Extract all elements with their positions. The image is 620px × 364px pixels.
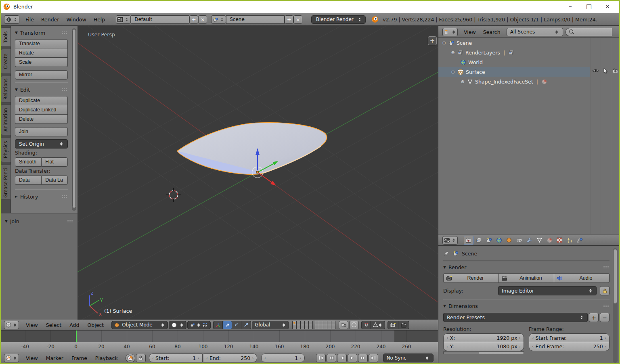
render-presets-dropdown[interactable]: Render Presets: [443, 313, 588, 322]
render-engine-selector[interactable]: Blender Render: [311, 15, 366, 24]
rotate-button[interactable]: Rotate: [15, 48, 68, 58]
tab-animation[interactable]: Animation: [1, 105, 11, 135]
tab-world[interactable]: [494, 236, 504, 245]
tab-object[interactable]: [504, 236, 514, 245]
tab-create[interactable]: Create: [1, 49, 11, 74]
scene-name-field[interactable]: Scene: [226, 15, 285, 24]
properties-scrollbar-thumb[interactable]: [613, 249, 617, 304]
display-mode-dropdown[interactable]: Image Editor: [498, 286, 597, 295]
add-scene-button[interactable]: +: [285, 15, 293, 24]
delete-button[interactable]: Delete: [15, 115, 68, 124]
current-frame-field[interactable]: ‹ 1 ›: [261, 354, 305, 362]
menu-render[interactable]: Render: [38, 17, 63, 23]
tab-physics[interactable]: [575, 236, 584, 245]
panel-header-render[interactable]: ▼ Render: [443, 263, 610, 272]
menu-help[interactable]: Help: [90, 17, 109, 23]
menu-marker[interactable]: Marker: [42, 355, 67, 361]
tab-relations[interactable]: Relations: [1, 76, 11, 103]
tab-render[interactable]: [464, 236, 473, 245]
surface-object[interactable]: [177, 123, 327, 174]
hide-eye-toggle[interactable]: [592, 68, 599, 73]
manipulator-enable-toggle[interactable]: [214, 321, 223, 329]
tab-texture[interactable]: [555, 236, 564, 245]
lock-interface-toggle[interactable]: [600, 286, 610, 295]
scale-button[interactable]: Scale: [15, 58, 68, 67]
editor-type-selector[interactable]: [442, 28, 458, 36]
expand-icon[interactable]: ⊕: [460, 79, 465, 84]
collapse-icon[interactable]: ⊖: [450, 69, 455, 75]
tab-modifiers[interactable]: [524, 236, 534, 245]
render-image-button[interactable]: Render: [443, 273, 499, 283]
menu-select[interactable]: Select: [42, 322, 65, 328]
menu-playback[interactable]: Playback: [92, 355, 121, 361]
minimize-button[interactable]: –: [561, 0, 580, 13]
tool-shelf-scrollbar[interactable]: [72, 28, 76, 211]
play-reverse-button[interactable]: [337, 354, 347, 362]
outliner-scope-dropdown[interactable]: All Scenes: [507, 28, 563, 36]
menu-view[interactable]: View: [22, 322, 42, 328]
end-frame-field[interactable]: ‹ End: 250 ›: [203, 354, 257, 362]
editor-type-selector[interactable]: [442, 236, 458, 245]
tab-constraints[interactable]: [514, 236, 524, 245]
outliner-search-input[interactable]: [566, 28, 612, 36]
snap-toggle[interactable]: [362, 321, 371, 329]
sync-mode-dropdown[interactable]: No Sync: [383, 354, 434, 362]
panel-grip-icon[interactable]: [67, 220, 73, 223]
start-frame-field[interactable]: ‹ Start: 1 ›: [149, 354, 203, 362]
screen-layout-browse-button[interactable]: [116, 15, 131, 24]
join-button[interactable]: Join: [15, 127, 68, 136]
menu-search[interactable]: Search: [480, 29, 504, 35]
add-layout-button[interactable]: +: [189, 15, 198, 24]
menu-frame[interactable]: Frame: [68, 355, 91, 361]
mirror-button[interactable]: Mirror: [15, 70, 68, 79]
duplicate-linked-button[interactable]: Duplicate Linked: [15, 105, 68, 115]
tab-scene[interactable]: [484, 236, 494, 245]
resolution-percentage-slider[interactable]: [443, 351, 524, 354]
tree-row-surface[interactable]: ⊖ Surface: [438, 67, 590, 77]
proportional-edit-toggle[interactable]: [349, 321, 359, 329]
jump-to-next-keyframe-button[interactable]: [358, 354, 368, 362]
panel-header-history[interactable]: ► History: [15, 192, 68, 201]
timeline-ruler[interactable]: -40 -20 0 20 40 60 80 100 120 140 160 18…: [0, 342, 438, 352]
screen-layout-name-field[interactable]: Default: [131, 15, 189, 24]
viewport-shading-dropdown[interactable]: [169, 321, 186, 329]
play-button[interactable]: [348, 354, 357, 362]
tree-row-renderlayers[interactable]: ⊕ RenderLayers |: [438, 48, 620, 57]
expand-properties-region-button[interactable]: +: [428, 36, 437, 45]
panel-header-edit[interactable]: ▼ Edit: [15, 85, 68, 94]
jump-to-start-button[interactable]: [316, 354, 326, 362]
rotate-manipulator-toggle[interactable]: [232, 321, 241, 329]
resolution-x-field[interactable]: ‹ X: 1920 px ›: [443, 333, 524, 342]
delete-scene-button[interactable]: ×: [293, 15, 302, 24]
menu-view[interactable]: View: [22, 355, 42, 361]
add-preset-button[interactable]: +: [589, 313, 599, 322]
opengl-render-image-button[interactable]: [388, 321, 398, 329]
transform-orientation-dropdown[interactable]: Global: [252, 321, 289, 329]
shade-flat-button[interactable]: Flat: [41, 157, 68, 167]
editor-type-selector[interactable]: [4, 354, 19, 362]
editor-type-selector[interactable]: [4, 321, 19, 329]
menu-window[interactable]: Window: [63, 17, 90, 23]
viewport-3d[interactable]: z y x User Persp (1) Surface +: [78, 26, 438, 320]
scene-browse-button[interactable]: [211, 15, 226, 24]
scale-manipulator-toggle[interactable]: [241, 321, 251, 329]
tab-particles[interactable]: [565, 236, 574, 245]
start-frame-field[interactable]: ‹ Start Frame: 1 ›: [529, 333, 610, 342]
menu-view[interactable]: View: [460, 29, 480, 35]
tab-data[interactable]: [534, 236, 544, 245]
tab-grease-pencil[interactable]: Grease Pencil: [1, 164, 11, 200]
lock-to-scene-toggle[interactable]: [339, 321, 348, 329]
preview-range-clock-toggle[interactable]: [126, 354, 135, 362]
renderability-camera-toggle[interactable]: [612, 68, 619, 73]
jump-to-end-button[interactable]: [369, 354, 378, 362]
tree-row-shape-indexedfaceset[interactable]: ⊕ Shape_IndexedFaceSet |: [438, 77, 620, 86]
panel-grip-icon[interactable]: [603, 266, 610, 269]
remove-preset-button[interactable]: −: [600, 313, 610, 322]
resolution-y-field[interactable]: ‹ Y: 1080 px ›: [443, 342, 524, 351]
panel-grip-icon[interactable]: [603, 304, 610, 308]
end-frame-field[interactable]: ‹ End Frame: 250 ›: [529, 342, 610, 351]
pivot-point-dropdown[interactable]: [187, 321, 211, 329]
timeline-strip[interactable]: [0, 330, 438, 342]
tab-render-layers[interactable]: [474, 236, 484, 245]
close-button[interactable]: ×: [598, 0, 617, 13]
